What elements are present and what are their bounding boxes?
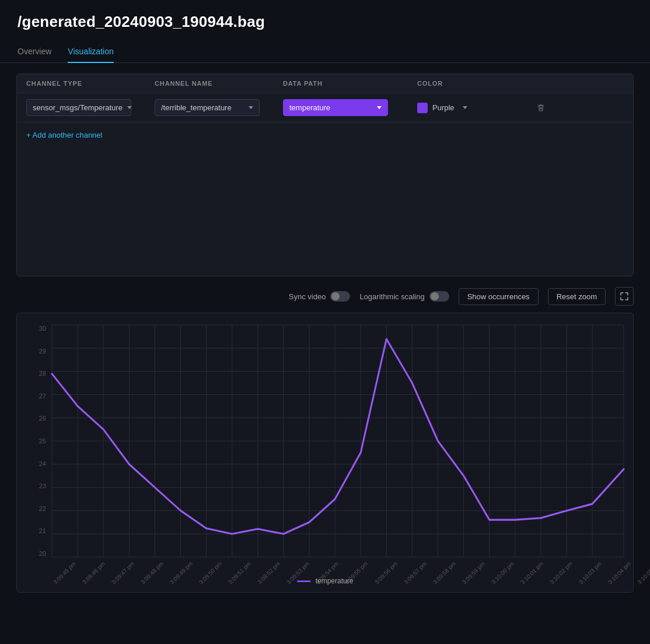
channel-type-select[interactable]: sensor_msgs/Temperature xyxy=(26,99,131,116)
y-label-30: 30 xyxy=(39,325,46,332)
sync-video-control: Sync video xyxy=(289,291,351,302)
channel-name-chevron xyxy=(249,106,253,109)
tab-visualization[interactable]: Visualization xyxy=(68,41,113,63)
header-color: COLOR xyxy=(417,80,534,87)
chart-container: 30 29 28 27 26 25 24 23 22 21 20 xyxy=(16,313,634,593)
data-path-select[interactable]: temperature xyxy=(283,99,388,116)
logarithmic-control: Logarithmic scaling xyxy=(359,291,449,302)
x-label-14: 3:09:59 pm xyxy=(461,561,486,586)
x-label-7: 3:09:52 pm xyxy=(256,561,281,586)
channel-row: sensor_msgs/Temperature /terrible_temper… xyxy=(17,93,633,123)
tabs: Overview Visualization xyxy=(0,40,650,63)
channel-type-value: sensor_msgs/Temperature xyxy=(33,103,123,112)
y-label-27: 27 xyxy=(39,393,46,400)
delete-cell xyxy=(534,101,563,115)
header-channel-type: CHANNEL TYPE xyxy=(26,80,155,87)
x-label-6: 3:09:51 pm xyxy=(227,561,252,586)
fullscreen-button[interactable] xyxy=(615,287,634,306)
x-label-12: 3:09:57 pm xyxy=(403,561,428,586)
temperature-line xyxy=(52,339,624,534)
x-label-4: 3:09:49 pm xyxy=(169,561,194,586)
x-label-1: 3:09:46 pm xyxy=(81,561,106,586)
legend-label: temperature xyxy=(316,577,354,585)
chart-svg xyxy=(52,325,624,557)
color-swatch xyxy=(417,103,428,113)
y-label-25: 25 xyxy=(39,438,46,444)
header-actions xyxy=(534,80,563,87)
color-select[interactable]: Purple xyxy=(432,103,467,112)
channel-table-header: CHANNEL TYPE CHANNEL NAME DATA PATH COLO… xyxy=(17,74,633,93)
y-label-26: 26 xyxy=(39,415,46,422)
x-label-15: 3:10:00 pm xyxy=(490,561,515,586)
legend-line xyxy=(297,580,311,582)
x-label-2: 3:09:47 pm xyxy=(110,561,135,586)
x-label-20: 3:10:05 pm xyxy=(636,561,650,586)
logarithmic-label: Logarithmic scaling xyxy=(359,292,424,301)
x-label-18: 3:10:03 pm xyxy=(578,561,603,586)
y-label-29: 29 xyxy=(39,348,46,355)
delete-button[interactable] xyxy=(534,101,548,115)
color-cell: Purple xyxy=(417,103,534,113)
color-label: Purple xyxy=(432,103,455,112)
x-label-0: 3:09:45 pm xyxy=(52,561,77,586)
add-channel-label: + Add another channel xyxy=(26,131,102,139)
data-path-chevron xyxy=(377,106,382,109)
logarithmic-toggle[interactable] xyxy=(429,291,449,302)
sync-video-label: Sync video xyxy=(289,292,326,301)
x-label-5: 3:09:50 pm xyxy=(198,561,223,586)
header-channel-name: CHANNEL NAME xyxy=(155,80,283,87)
x-label-3: 3:09:48 pm xyxy=(139,561,165,586)
chart-legend: temperature xyxy=(297,577,354,585)
reset-zoom-button[interactable]: Reset zoom xyxy=(548,288,606,305)
fullscreen-icon xyxy=(620,292,628,300)
x-label-11: 3:09:56 pm xyxy=(373,561,399,586)
add-channel-row[interactable]: + Add another channel xyxy=(17,123,633,148)
y-label-22: 22 xyxy=(39,505,46,512)
y-axis-labels: 30 29 28 27 26 25 24 23 22 21 20 xyxy=(23,325,46,557)
trash-icon xyxy=(536,103,546,113)
channel-table-container: CHANNEL TYPE CHANNEL NAME DATA PATH COLO… xyxy=(16,74,634,276)
tab-overview[interactable]: Overview xyxy=(18,41,51,63)
page-header: /generated_20240903_190944.bag xyxy=(0,0,650,40)
logarithmic-knob xyxy=(431,292,439,300)
x-label-13: 3:09:58 pm xyxy=(432,561,457,586)
controls-bar: Sync video Logarithmic scaling Show occu… xyxy=(0,287,650,313)
table-spacer xyxy=(17,148,633,276)
x-label-19: 3:10:04 pm xyxy=(607,561,632,586)
show-occurrences-button[interactable]: Show occurrences xyxy=(459,288,539,305)
y-label-23: 23 xyxy=(39,482,46,489)
sync-video-toggle[interactable] xyxy=(330,291,350,302)
sync-video-knob xyxy=(331,292,340,300)
data-path-value: temperature xyxy=(289,103,330,112)
x-label-16: 3:10:01 pm xyxy=(519,561,544,586)
color-chevron xyxy=(463,106,467,109)
header-data-path: DATA PATH xyxy=(283,80,417,87)
channel-name-value: /terrible_temperature xyxy=(161,103,232,112)
y-label-24: 24 xyxy=(39,460,46,467)
x-label-17: 3:10:02 pm xyxy=(548,561,574,586)
chart-area: 3:09:45 pm 3:09:46 pm 3:09:47 pm 3:09:48… xyxy=(52,325,624,557)
y-label-21: 21 xyxy=(39,527,46,534)
y-label-20: 20 xyxy=(39,550,46,557)
y-label-28: 28 xyxy=(39,370,46,377)
channel-type-chevron xyxy=(127,106,132,109)
channel-name-select[interactable]: /terrible_temperature xyxy=(155,99,260,116)
page-title: /generated_20240903_190944.bag xyxy=(18,13,632,31)
